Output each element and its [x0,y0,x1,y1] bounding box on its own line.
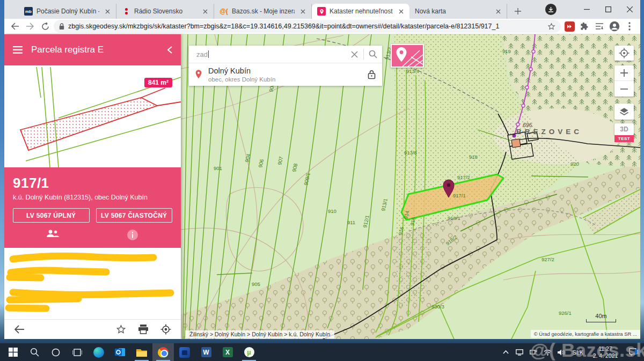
map-search-panel: zad Dolný Kubín obec, okres Dolný Kubín [189,46,382,86]
scale-bracket [586,319,616,322]
taskbar-file-explorer[interactable] [131,343,152,361]
parcel-label: 913/4 [406,68,419,74]
parcel-sidebar: Parcela registra E 841 m² 9 [4,34,181,339]
new-tab-button[interactable] [510,4,525,19]
excel-icon: X [223,347,233,357]
taskbar-blue-app[interactable] [174,343,195,361]
test-badge: TEST [614,135,634,142]
language-indicator[interactable]: SLK [569,349,587,356]
search-icon [30,348,39,357]
tab-title: Kataster nehnuteľností | ZBG [330,8,393,15]
sidebar-title: Parcela registra E [31,45,159,55]
maximize-button[interactable] [597,2,619,18]
parcel-label: 901 [214,165,222,171]
start-button[interactable] [2,343,24,361]
print-icon[interactable] [138,325,149,334]
tray-chevron-icon[interactable] [499,350,512,354]
owners-button[interactable] [13,229,93,241]
search-result-item[interactable]: Dolný Kubín obec, okres Dolný Kubín [189,63,382,86]
chrome-icon [158,347,169,358]
map-canvas[interactable]: BREZOVEC 696 913/2913/491990690190490690… [181,34,640,339]
tab-close-icon[interactable] [201,7,209,16]
taskbar-utorrent[interactable]: µ [238,343,260,361]
extensions-puzzle-icon[interactable] [578,20,591,33]
locate-icon[interactable] [160,324,171,335]
close-window-button[interactable] [619,2,640,18]
tab-close-icon[interactable] [103,7,112,16]
tab-kataster-active[interactable]: Kataster nehnuteľností | ZBG [312,4,409,19]
display-tray-icon[interactable] [513,349,526,356]
parcel-label: 926/1 [559,310,572,316]
forward-icon[interactable] [24,20,36,33]
layers-button[interactable] [614,104,634,120]
date: 2. 4. 2021 [588,352,623,359]
volume-tray-icon[interactable] [555,349,568,356]
parcel-preview[interactable]: 841 m² [4,65,181,167]
tab-close-icon[interactable] [397,7,405,16]
taskbar-edge[interactable] [88,343,109,361]
tab-bazos[interactable]: @( Bazos.sk - Moje inzeráty [214,4,312,19]
taskbar-chrome-active[interactable] [152,343,174,361]
lv-partial-button[interactable]: LV 5067 ČIASTOČNÝ [96,208,173,223]
zoom-controls [614,65,634,97]
taskbar-word[interactable]: W [195,343,217,361]
collapse-chevron-icon[interactable] [167,46,172,54]
back-icon[interactable] [9,20,21,33]
parcel-description: k.ú. Dolný Kubín (812315), obec Dolný Ku… [13,194,172,201]
tab-radio-slovensko[interactable]: Rádio Slovensko [116,4,214,19]
edge-icon [93,347,104,358]
taskbar-excel[interactable]: X [217,343,238,361]
sidebar-toolbar [4,319,181,339]
3d-button[interactable]: 3D [614,123,634,135]
file-explorer-icon [136,348,147,357]
search-bar[interactable]: zad [189,46,382,63]
info-button[interactable] [93,229,173,241]
system-tray: SLK 11:27 2. 4. 2021 1 [499,343,644,361]
word-icon: W [201,347,211,357]
zoom-in-button[interactable] [614,65,634,81]
search-icon[interactable] [364,46,382,63]
clear-search-icon[interactable] [345,46,363,63]
sidebar-header: Parcela registra E [4,34,181,65]
lv-full-button[interactable]: LV 5067 ÚPLNÝ [13,208,90,223]
minimize-button[interactable] [576,2,597,18]
info-icon [127,229,138,241]
minimap-pin-icon [397,47,407,62]
download-status-icon[interactable] [545,4,557,15]
extension-red-icon[interactable] [563,20,576,33]
lock-icon [368,70,376,79]
search-input[interactable]: zad [196,50,345,58]
reading-list-icon[interactable] [593,20,606,33]
bookmark-star-icon[interactable] [547,23,555,31]
back-arrow-icon[interactable] [14,325,25,334]
browser-menu-icon[interactable] [623,20,636,33]
reload-icon[interactable] [39,20,52,33]
taskbar-search-button[interactable] [24,343,45,361]
parcel-label: 910 [328,208,336,214]
tab-meteoblue[interactable]: mb Počasie Dolný Kubín - meteo [19,4,116,19]
profile-avatar[interactable] [608,20,621,33]
meteoblue-favicon-icon: mb [24,7,33,16]
breadcrumb[interactable]: Žilinský > Dolný Kubín > Dolný Kubín > k… [185,330,334,338]
taskbar-outlook[interactable] [109,343,131,361]
network-tray-icon[interactable] [527,349,540,356]
action-center-button[interactable]: 1 [624,348,642,356]
tab-new[interactable]: Nová karta [409,4,507,19]
compass-button[interactable] [614,46,634,61]
minimap-thumbnail[interactable] [391,44,424,68]
wifi-tray-icon[interactable] [541,349,554,356]
tab-close-icon[interactable] [298,7,307,16]
hamburger-menu-icon[interactable] [13,46,23,54]
scale-label: 40m [586,313,616,319]
cortana-button[interactable] [45,343,67,361]
zoom-out-button[interactable] [614,81,634,97]
parcel-label: 920 [570,161,579,167]
tab-close-icon[interactable] [494,7,502,16]
task-view-button[interactable] [67,343,88,361]
parcel-label: 911 [347,219,355,225]
address-bar[interactable]: zbgis.skgeodesy.sk/mkzbgis/sk/kataster?b… [54,20,561,33]
favorite-star-icon[interactable] [116,325,126,334]
clock[interactable]: 11:27 2. 4. 2021 [588,345,623,359]
notification-badge: 1 [634,349,641,355]
parcel-label: 930/3 [431,304,444,310]
